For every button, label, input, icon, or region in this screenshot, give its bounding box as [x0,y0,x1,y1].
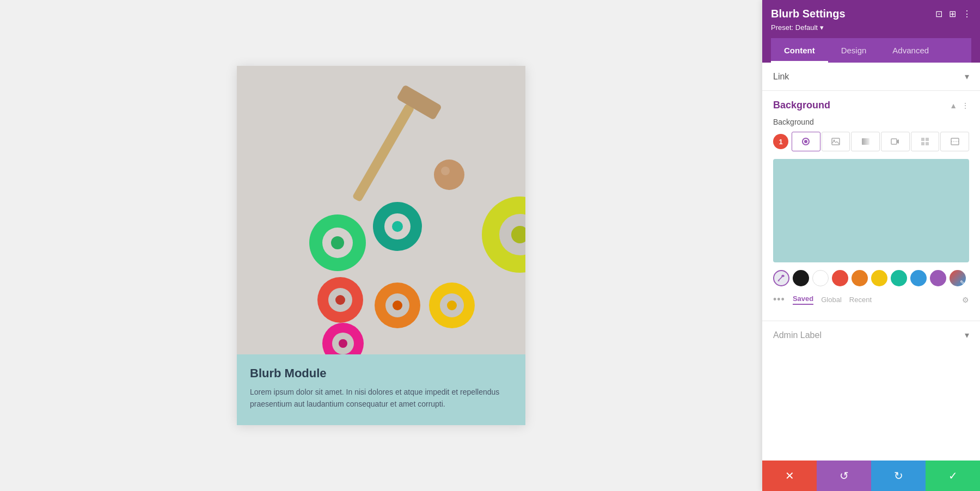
bg-number-badge: 1 [773,134,788,149]
bg-type-video-btn[interactable] [881,132,910,151]
bg-section-controls: ▲ ⋮ [950,101,969,110]
bg-type-row: 1 [773,132,969,151]
redo-button[interactable]: ↻ [871,461,926,491]
preset-arrow[interactable]: ▾ [820,23,824,32]
save-icon: ✓ [948,469,958,482]
svg-point-10 [392,221,403,232]
more-icon[interactable]: ⋮ [963,9,971,19]
swatch-teal[interactable] [891,270,907,286]
eyedropper-swatch[interactable] [773,270,789,286]
swatch-white[interactable] [812,270,829,286]
svg-point-16 [393,300,402,310]
color-fill-icon [801,137,810,146]
bg-type-pattern-btn[interactable] [911,132,940,151]
color-swatches-row: ✎ [773,270,969,286]
swatch-blue[interactable] [910,270,927,286]
svg-rect-29 [862,138,869,145]
admin-label-section[interactable]: Admin Label ▾ [762,321,980,349]
svg-rect-30 [891,139,897,144]
color-preview-box[interactable] [773,159,969,262]
swatch-orange[interactable] [852,270,868,286]
blurb-body: Lorem ipsum dolor sit amet. In nisi dolo… [250,386,512,410]
svg-rect-32 [926,138,929,141]
cancel-button[interactable]: ✕ [762,461,817,491]
panel-header: Blurb Settings ⊡ ⊞ ⋮ Preset: Default ▾ C… [762,0,980,63]
swatch-custom[interactable]: ✎ [950,270,966,286]
settings-panel: Blurb Settings ⊡ ⊞ ⋮ Preset: Default ▾ C… [762,0,980,491]
background-section: Background ▲ ⋮ Background 1 [762,91,980,321]
gradient-icon [861,137,870,146]
panel-preset: Preset: Default ▾ [771,23,971,32]
blurb-image [237,66,525,354]
svg-point-7 [331,236,344,249]
svg-rect-31 [921,138,924,141]
color-settings-icon[interactable]: ⚙ [962,296,969,304]
tab-advanced[interactable]: Advanced [879,38,942,63]
color-dots[interactable]: ••• [773,294,785,305]
tab-content[interactable]: Content [771,38,828,63]
admin-label-title: Admin Label [773,330,822,340]
swatch-black[interactable] [793,270,809,286]
toy-scene-svg [237,66,525,354]
bg-type-buttons [792,132,969,151]
reset-icon: ↺ [840,469,849,482]
svg-point-22 [339,339,347,348]
bg-more-icon[interactable]: ⋮ [961,101,969,110]
svg-rect-33 [921,142,924,145]
bg-type-mask-btn[interactable] [940,132,969,151]
svg-rect-34 [926,142,929,145]
columns-icon[interactable]: ⊞ [949,9,956,19]
bg-type-image-btn[interactable] [822,132,850,151]
color-tab-global[interactable]: Global [821,296,842,304]
pattern-icon [921,137,929,146]
link-section-title: Link [773,72,789,82]
svg-point-19 [447,300,457,310]
blurb-text-area: Blurb Module Lorem ipsum dolor sit amet.… [237,354,525,426]
blurb-title: Blurb Module [250,366,512,380]
blurb-card: Blurb Module Lorem ipsum dolor sit amet.… [237,66,525,426]
reset-button[interactable]: ↺ [817,461,871,491]
panel-footer: ✕ ↺ ↻ ✓ [762,461,980,491]
preview-area: Blurb Module Lorem ipsum dolor sit amet.… [0,0,762,491]
color-tab-saved[interactable]: Saved [793,294,813,305]
swatch-purple[interactable] [930,270,946,286]
preset-label: Preset: Default [771,23,818,32]
panel-title: Blurb Settings [771,8,846,20]
link-section: Link ▾ [762,63,980,91]
cancel-icon: ✕ [785,469,794,482]
image-icon [831,137,840,146]
fullscreen-icon[interactable]: ⊡ [935,9,942,19]
svg-rect-27 [832,138,840,145]
bg-section-title: Background [773,100,830,111]
link-section-header[interactable]: Link ▾ [762,63,980,90]
save-button[interactable]: ✓ [926,461,980,491]
color-tabs-row: ••• Saved Global Recent ⚙ [773,292,969,308]
bg-collapse-icon[interactable]: ▲ [950,101,957,110]
video-icon [891,137,899,146]
svg-point-13 [335,295,345,305]
swatch-red[interactable] [832,270,848,286]
svg-point-4 [441,167,450,175]
eyedropper-icon [777,274,785,282]
mask-icon [951,137,959,146]
link-chevron-icon: ▾ [965,71,969,82]
bg-section-header: Background ▲ ⋮ [773,91,969,118]
svg-point-3 [434,159,464,190]
svg-point-26 [804,140,807,143]
svg-rect-35 [951,138,959,145]
admin-label-chevron-icon: ▾ [965,330,969,340]
bg-label: Background [773,118,969,126]
tab-design[interactable]: Design [828,38,880,63]
swatch-yellow[interactable] [871,270,887,286]
redo-icon: ↻ [894,469,903,482]
svg-point-37 [778,280,780,281]
color-tab-recent[interactable]: Recent [849,296,872,304]
bg-type-gradient-btn[interactable] [851,132,880,151]
panel-body[interactable]: Link ▾ Background ▲ ⋮ Background 1 [762,63,980,461]
panel-header-icons: ⊡ ⊞ ⋮ [935,9,971,19]
panel-tabs: Content Design Advanced [771,38,971,63]
panel-header-top: Blurb Settings ⊡ ⊞ ⋮ [771,8,971,20]
bg-type-color-btn[interactable] [792,132,820,151]
